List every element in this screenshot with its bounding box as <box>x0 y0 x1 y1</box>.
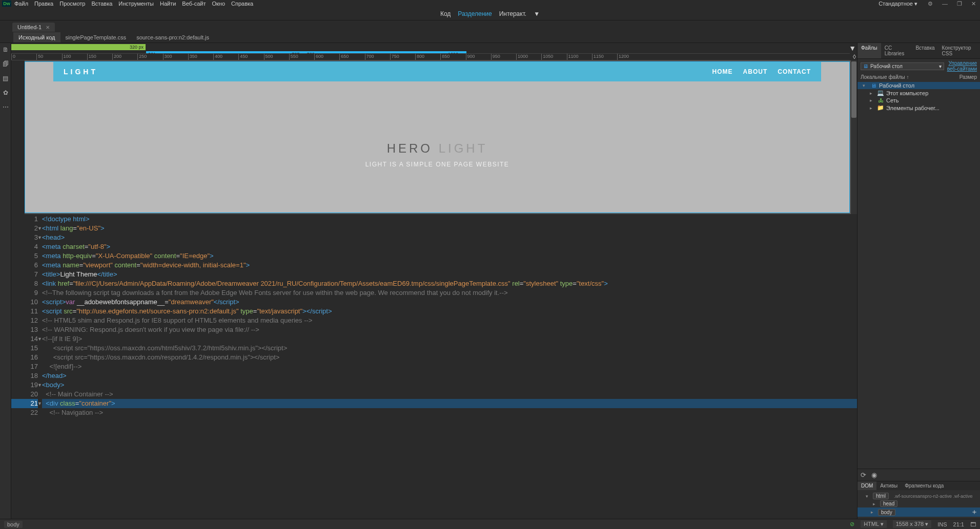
tree-item[interactable]: ▸📁Элементы рабочег... <box>858 104 980 112</box>
site-combo[interactable]: 🖥 Рабочий стол ▾ <box>861 62 944 70</box>
settings-icon[interactable]: ⚙ <box>926 1 935 7</box>
status-ok-icon[interactable]: ⊘ <box>850 521 854 527</box>
preview-header: LIGHT HOME ABOUT CONTACT <box>53 62 821 81</box>
panel-tab-css[interactable]: Конструктор CSS <box>938 43 980 58</box>
document-tab[interactable]: Untitled-1 ✕ <box>12 23 55 32</box>
view-mode-bar: Код Разделение Интеракт. ▼ <box>0 7 980 20</box>
view-code[interactable]: Код <box>440 10 451 17</box>
menu-window[interactable]: Окно <box>212 1 225 7</box>
refresh-icon[interactable]: ⟳ <box>861 471 866 479</box>
menubar: Dw Файл Правка Просмотр Вставка Инструме… <box>0 0 980 7</box>
files-col-local[interactable]: Локальные файлы ↑ <box>861 74 959 80</box>
panel-tab-assets[interactable]: Активы <box>876 481 901 490</box>
more-icon[interactable]: ⋯ <box>2 103 9 111</box>
panel-tab-files[interactable]: Файлы <box>858 43 881 58</box>
filter-icon[interactable]: ▼ <box>849 44 856 52</box>
panel-tab-snippets[interactable]: Фрагменты кода <box>901 481 947 490</box>
dom-node[interactable]: ▸body＋ <box>858 507 980 517</box>
status-ins[interactable]: INS <box>937 521 947 527</box>
preview-nav-home[interactable]: HOME <box>712 68 733 75</box>
preview-hero: HERO LIGHT LIGHT IS A SIMPLE ONE PAGE WE… <box>25 141 849 168</box>
right-panels: Файлы CC Libraries Вставка Конструктор C… <box>857 43 980 519</box>
menu-insert[interactable]: Вставка <box>91 1 112 7</box>
statusbar: body ⊘ HTML ▾ 1558 x 378 ▾ INS 21:1 🗔 <box>0 519 980 529</box>
ruler: 0501001502002503003504004505005506006507… <box>11 53 850 60</box>
preview-scrollbar[interactable] <box>851 60 857 214</box>
tree-item[interactable]: ▸💻Этот компьютер <box>858 89 980 97</box>
source-tab[interactable]: singlePageTemplate.css <box>60 32 132 43</box>
tree-item[interactable]: ▸🖧Сеть <box>858 97 980 104</box>
minimize-icon[interactable]: — <box>940 1 950 7</box>
menu-help[interactable]: Справка <box>231 1 253 7</box>
status-preview-icon[interactable]: 🗔 <box>970 521 976 527</box>
files-tree: ▾🖥Рабочий стол▸💻Этот компьютер▸🖧Сеть▸📁Эл… <box>858 81 980 113</box>
tag-breadcrumb[interactable]: body <box>4 521 23 528</box>
status-lang[interactable]: HTML ▾ <box>861 520 887 528</box>
css-icon[interactable]: ▤ <box>2 75 9 82</box>
mq-range-green[interactable]: 320 px <box>11 44 146 50</box>
files-icon[interactable]: 🗐 <box>2 60 9 68</box>
document-tab-close-icon[interactable]: ✕ <box>46 25 50 30</box>
source-tab[interactable]: source-sans-pro:n2:default.js <box>131 32 214 43</box>
source-file-tabs: Исходный код singlePageTemplate.css sour… <box>0 32 980 43</box>
ruler-handle-icon[interactable]: ◊ <box>853 53 856 60</box>
code-editor[interactable]: 12▼3▼4567891011121314▼1516171819▼2021▼22… <box>11 214 857 519</box>
maximize-icon[interactable]: ❐ <box>955 1 964 7</box>
files-col-size[interactable]: Размер <box>959 74 977 80</box>
manage-sites-link[interactable]: Управлениевеб-сайтами <box>947 60 977 72</box>
panel-tab-cc[interactable]: CC Libraries <box>881 43 912 58</box>
preview-nav-contact[interactable]: CONTACT <box>778 68 811 75</box>
dom-toolbar: ⟳ ◉ <box>858 469 980 481</box>
close-icon[interactable]: ✕ <box>969 1 978 7</box>
menu-view[interactable]: Просмотр <box>59 1 85 7</box>
left-tool-rail: 🗎 🗐 ▤ ✿ ⋯ <box>0 43 11 519</box>
code-gutter: 12▼3▼4567891011121314▼1516171819▼2021▼22 <box>11 214 42 519</box>
workspace-switcher[interactable]: Стандартное ▾ <box>875 1 921 7</box>
panel-tab-insert[interactable]: Вставка <box>912 43 938 58</box>
view-dropdown-icon[interactable]: ▼ <box>534 10 540 17</box>
globe-icon[interactable]: ◉ <box>871 471 877 479</box>
dom-add-icon[interactable]: ＋ <box>971 507 978 517</box>
preview-canvas[interactable]: LIGHT HOME ABOUT CONTACT HERO LIGHT LIGH… <box>25 61 850 213</box>
document-tabs: Untitled-1 ✕ <box>0 20 980 32</box>
tree-item[interactable]: ▾🖥Рабочий стол <box>858 82 980 89</box>
menu-tools[interactable]: Инструменты <box>118 1 154 7</box>
source-tab[interactable]: Исходный код <box>13 32 60 43</box>
status-dims[interactable]: 1558 x 378 ▾ <box>893 520 932 528</box>
file-icon[interactable]: 🗎 <box>2 46 9 53</box>
view-split[interactable]: Разделение <box>458 10 492 17</box>
app-logo: Dw <box>2 1 11 7</box>
panel-tab-dom[interactable]: DOM <box>858 481 876 490</box>
menu-edit[interactable]: Правка <box>34 1 53 7</box>
gear-icon[interactable]: ✿ <box>2 89 9 96</box>
dom-panel-tabs: DOM Активы Фрагменты кода <box>858 481 980 490</box>
dom-node[interactable]: ▾html.wf-sourcesanspro-n2-active .wf-act… <box>860 492 978 500</box>
status-caret-pos: 21:1 <box>953 521 964 527</box>
view-live[interactable]: Интеракт. <box>499 10 527 17</box>
document-tab-title: Untitled-1 <box>17 24 42 30</box>
menu-find[interactable]: Найти <box>160 1 176 7</box>
dom-node[interactable]: ▸head <box>860 500 978 507</box>
menu-site[interactable]: Веб-сайт <box>182 1 206 7</box>
code-area[interactable]: <!doctype html><html lang="en-US"><head>… <box>42 214 857 519</box>
desktop-icon: 🖥 <box>863 64 868 69</box>
files-panel-tabs: Файлы CC Libraries Вставка Конструктор C… <box>858 43 980 59</box>
preview-logo: LIGHT <box>64 68 98 76</box>
media-query-bar: 320 px 321 px 767 px 768 px 1096 px ▼ 05… <box>11 43 857 60</box>
menu-file[interactable]: Файл <box>14 1 28 7</box>
dom-tree: ▾html.wf-sourcesanspro-n2-active .wf-act… <box>858 490 980 519</box>
live-preview: LIGHT HOME ABOUT CONTACT HERO LIGHT LIGH… <box>11 60 857 214</box>
preview-nav-about[interactable]: ABOUT <box>743 68 768 75</box>
